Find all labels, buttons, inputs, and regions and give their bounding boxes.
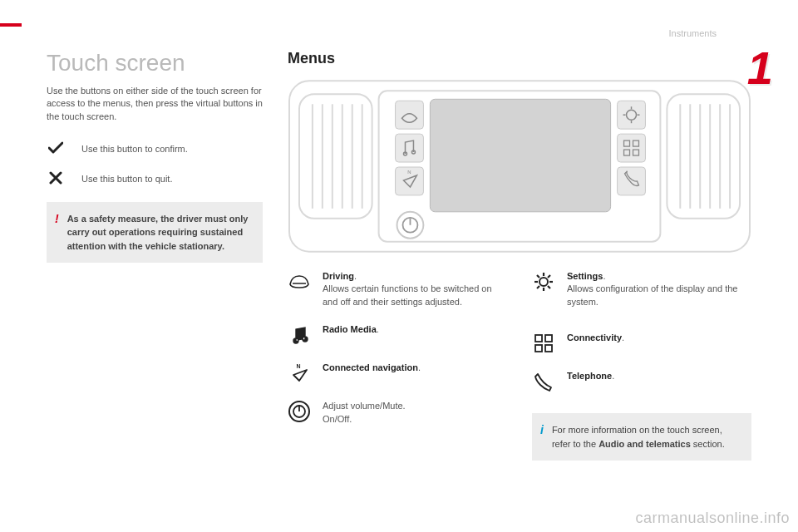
- svg-rect-49: [535, 335, 542, 342]
- svg-line-47: [548, 275, 550, 278]
- menu-label: Connectivity: [567, 332, 622, 342]
- svg-rect-27: [618, 134, 646, 162]
- menu-grid: Driving. Allows certain functions to be …: [288, 270, 751, 461]
- menu-label: Radio Media: [323, 324, 377, 334]
- menu-text: Driving. Allows certain functions to be …: [323, 270, 507, 308]
- svg-point-40: [539, 278, 548, 286]
- svg-rect-16: [430, 99, 610, 212]
- menu-text: Connected navigation.: [323, 362, 421, 385]
- menu-text: Settings. Allows configuration of the di…: [567, 270, 751, 308]
- svg-line-45: [537, 275, 539, 278]
- menu-text: Radio Media.: [323, 323, 379, 347]
- car-icon: [288, 270, 311, 293]
- close-icon: [47, 171, 65, 185]
- confirm-text: Use this button to confirm.: [81, 141, 188, 155]
- warning-box: ! As a safety measure, the driver must o…: [47, 202, 263, 264]
- page-title: Touch screen: [47, 50, 263, 76]
- info-icon: i: [540, 423, 544, 451]
- svg-rect-52: [545, 345, 552, 352]
- page-content: Touch screen Use the buttons on either s…: [47, 50, 751, 515]
- menu-label: Driving: [323, 271, 354, 281]
- music-icon: [288, 323, 311, 347]
- gear-icon: [532, 270, 555, 293]
- menu-label: Telephone: [567, 371, 612, 381]
- svg-line-46: [548, 286, 550, 288]
- confirm-row: Use this button to confirm.: [47, 141, 263, 155]
- menu-power: Adjust volume/Mute. On/Off.: [288, 400, 507, 426]
- menu-desc: Allows certain functions to be switched …: [323, 283, 492, 306]
- menu-label: Settings: [567, 271, 603, 281]
- menu-settings: Settings. Allows configuration of the di…: [532, 270, 751, 308]
- quit-text: Use this button to quit.: [81, 171, 172, 185]
- svg-rect-21: [618, 101, 646, 129]
- left-column: Touch screen Use the buttons on either s…: [47, 50, 263, 515]
- svg-rect-18: [396, 134, 424, 162]
- svg-rect-17: [396, 101, 424, 129]
- menu-desc: Allows configuration of the display and …: [567, 283, 737, 306]
- exclamation-icon: !: [55, 212, 59, 254]
- menu-text: Telephone.: [567, 370, 614, 393]
- info-box: i For more information on the touch scre…: [532, 413, 751, 461]
- menu-telephone: Telephone.: [532, 370, 751, 393]
- menu-desc: Adjust volume/Mute. On/Off.: [323, 401, 406, 423]
- menu-radio: Radio Media.: [288, 323, 507, 347]
- svg-rect-50: [545, 335, 552, 342]
- navigation-icon: N: [288, 362, 311, 385]
- menu-text: Adjust volume/Mute. On/Off.: [323, 400, 406, 426]
- power-icon: [288, 400, 311, 423]
- menu-label: Connected navigation: [323, 362, 418, 372]
- info-text: For more information on the touch screen…: [552, 423, 741, 451]
- menu-text: Connectivity.: [567, 332, 624, 355]
- check-icon: [47, 141, 65, 155]
- svg-text:N: N: [296, 363, 300, 369]
- accent-bar: [0, 23, 22, 27]
- phone-icon: [532, 370, 555, 393]
- menu-connectivity: Connectivity.: [532, 332, 751, 355]
- watermark: carmanualsonline.info: [635, 510, 790, 527]
- menus-heading: Menus: [288, 50, 751, 67]
- svg-rect-51: [535, 345, 542, 352]
- svg-text:N: N: [407, 170, 411, 175]
- right-column: Menus: [288, 50, 751, 515]
- intro-text: Use the buttons on either side of the to…: [47, 85, 263, 123]
- menu-navigation: N Connected navigation.: [288, 362, 507, 385]
- touchscreen-illustration: N: [288, 79, 751, 254]
- menu-col-left: Driving. Allows certain functions to be …: [288, 270, 507, 461]
- warning-text: As a safety measure, the driver must onl…: [67, 212, 253, 254]
- svg-rect-32: [618, 167, 646, 195]
- menu-col-right: Settings. Allows configuration of the di…: [532, 270, 751, 461]
- quit-row: Use this button to quit.: [47, 171, 263, 185]
- apps-icon: [532, 332, 555, 355]
- svg-line-48: [537, 286, 539, 288]
- menu-driving: Driving. Allows certain functions to be …: [288, 270, 507, 308]
- section-label: Instruments: [669, 28, 717, 38]
